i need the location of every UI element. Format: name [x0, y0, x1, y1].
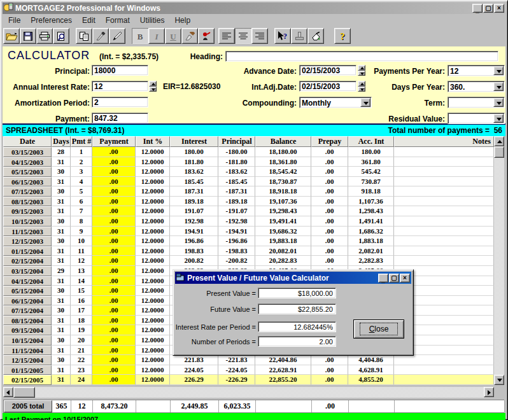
cell-acc-int[interactable]: 1,883.18 — [348, 236, 394, 246]
cell-prepay[interactable]: .00 — [311, 256, 348, 266]
cell-int-percent[interactable]: 12.0000 — [136, 355, 170, 365]
dialog-minimize-button[interactable]: _ — [378, 274, 388, 283]
cell-date[interactable]: 01/15/2004 — [3, 246, 52, 256]
menu-file[interactable]: File — [3, 15, 25, 25]
vertical-scrollbar[interactable] — [494, 136, 504, 385]
underline-button[interactable]: U — [165, 28, 181, 44]
cell-date[interactable]: 08/15/2003 — [3, 197, 52, 207]
scrollbar-thumb[interactable] — [494, 146, 504, 158]
cell-prepay[interactable]: .00 — [311, 246, 348, 256]
cell-days[interactable]: 30 — [52, 167, 71, 177]
table-row[interactable]: 01/15/20053123.0012.0000224.05-224.0522,… — [3, 365, 504, 375]
scroll-up-button[interactable] — [494, 136, 504, 146]
edit-button[interactable] — [109, 28, 125, 44]
cell-notes[interactable] — [394, 197, 494, 207]
cell-notes[interactable] — [394, 147, 494, 157]
cell-int-percent[interactable]: 12.0000 — [136, 157, 170, 167]
cell-acc-int[interactable]: 730.87 — [348, 177, 394, 187]
spin-down-icon[interactable] — [149, 87, 157, 92]
menu-edit[interactable]: Edit — [77, 15, 101, 25]
interest-rate-per-period-input[interactable] — [258, 321, 336, 332]
scroll-left-button[interactable] — [3, 387, 13, 397]
cell-days[interactable]: 31 — [52, 276, 71, 286]
app-icon[interactable] — [4, 3, 13, 14]
cell-date[interactable]: 11/15/2003 — [3, 227, 52, 237]
cell-prepay[interactable]: .00 — [311, 375, 348, 385]
table-row[interactable]: 07/15/2003305.0012.0000187.31-187.3118,9… — [3, 186, 504, 197]
cell-days[interactable]: 28 — [52, 147, 71, 157]
cell-acc-int[interactable]: 1,491.41 — [348, 216, 394, 227]
print-button[interactable] — [36, 28, 53, 44]
cell-days[interactable]: 30 — [52, 335, 71, 346]
cell-int-percent[interactable]: 12.0000 — [136, 167, 170, 177]
cell-principal[interactable]: -180.00 — [218, 147, 255, 157]
cell-interest[interactable]: 221.83 — [170, 355, 218, 365]
cell-interest[interactable]: 226.29 — [170, 375, 218, 385]
cell-pmt-number[interactable]: 22 — [71, 355, 92, 365]
cell-pmt-number[interactable]: 23 — [71, 365, 92, 375]
amortization-period-input[interactable] — [92, 97, 148, 108]
cell-payment[interactable]: .00 — [92, 305, 136, 316]
cell-date[interactable]: 04/15/2003 — [3, 157, 52, 167]
cell-acc-int[interactable]: 180.00 — [348, 147, 394, 157]
cell-int-percent[interactable]: 12.0000 — [136, 305, 170, 316]
cell-payment[interactable]: .00 — [92, 365, 136, 375]
cell-principal[interactable]: -183.62 — [218, 167, 255, 177]
cell-acc-int[interactable]: 4,404.86 — [348, 355, 394, 365]
table-row[interactable]: 12/15/20033010.0012.0000196.86-196.8619,… — [3, 236, 504, 246]
cell-payment[interactable]: .00 — [92, 375, 136, 385]
cell-acc-int[interactable]: 2,282.83 — [348, 256, 394, 266]
minimize-button[interactable]: _ — [472, 4, 483, 13]
cell-balance[interactable]: 18,361.80 — [255, 157, 311, 167]
cell-notes[interactable] — [394, 246, 494, 256]
cell-date[interactable]: 02/15/2005 — [3, 375, 52, 385]
cell-balance[interactable]: 18,918.18 — [255, 186, 311, 197]
table-row[interactable]: 10/15/2003308.0012.0000192.98-192.9819,4… — [3, 216, 504, 227]
cell-prepay[interactable]: .00 — [311, 147, 348, 157]
cell-date[interactable]: 03/15/2004 — [3, 266, 52, 276]
cell-pmt-number[interactable]: 15 — [71, 286, 92, 296]
cell-int-percent[interactable]: 12.0000 — [136, 236, 170, 246]
cell-date[interactable]: 06/15/2004 — [3, 296, 52, 306]
cell-days[interactable]: 31 — [52, 227, 71, 237]
rate-spinner[interactable] — [149, 81, 157, 92]
cell-principal[interactable]: -181.80 — [218, 157, 255, 167]
cell-principal[interactable]: -194.91 — [218, 227, 255, 237]
cell-days[interactable]: 31 — [52, 177, 71, 187]
table-row[interactable]: 04/15/2003312.0012.0000181.80-181.8018,3… — [3, 157, 504, 167]
cell-acc-int[interactable]: 361.80 — [348, 157, 394, 167]
cell-pmt-number[interactable]: 11 — [71, 246, 92, 256]
cell-days[interactable]: 31 — [52, 375, 71, 385]
help-button[interactable]: ? — [334, 28, 351, 44]
cell-days[interactable]: 31 — [52, 316, 71, 326]
table-row[interactable]: 01/15/20043111.0012.0000198.83-198.8320,… — [3, 246, 504, 256]
cell-payment[interactable]: .00 — [92, 335, 136, 346]
cell-int-percent[interactable]: 12.0000 — [136, 365, 170, 375]
cell-days[interactable]: 31 — [52, 157, 71, 167]
cell-int-percent[interactable]: 12.0000 — [136, 286, 170, 296]
cell-notes[interactable] — [394, 177, 494, 187]
table-row[interactable]: 12/15/20043022.0012.0000221.83-221.8322,… — [3, 355, 504, 365]
cell-date[interactable]: 05/15/2004 — [3, 286, 52, 296]
cell-date[interactable]: 03/15/2003 — [3, 147, 52, 157]
cell-prepay[interactable]: .00 — [311, 216, 348, 227]
cell-payment[interactable]: .00 — [92, 325, 136, 335]
scroll-right-button[interactable] — [484, 387, 494, 397]
cell-principal[interactable]: -200.82 — [218, 256, 255, 266]
present-value-input[interactable] — [258, 288, 336, 298]
cell-payment[interactable]: .00 — [92, 186, 136, 197]
cell-notes[interactable] — [394, 375, 494, 385]
cell-payment[interactable]: .00 — [92, 246, 136, 256]
cell-acc-int[interactable]: 918.18 — [348, 186, 394, 197]
copy-button[interactable] — [76, 28, 92, 44]
cell-notes[interactable] — [394, 167, 494, 177]
scroll-down-button[interactable] — [494, 375, 504, 385]
cell-days[interactable]: 30 — [52, 236, 71, 246]
cell-pmt-number[interactable]: 24 — [71, 375, 92, 385]
cell-date[interactable]: 12/15/2004 — [3, 355, 52, 365]
cell-balance[interactable]: 18,180.00 — [255, 147, 311, 157]
cell-prepay[interactable]: .00 — [311, 157, 348, 167]
close-button[interactable]: × — [494, 4, 504, 13]
open-file-button[interactable] — [3, 28, 20, 44]
cell-days[interactable]: 30 — [52, 186, 71, 197]
